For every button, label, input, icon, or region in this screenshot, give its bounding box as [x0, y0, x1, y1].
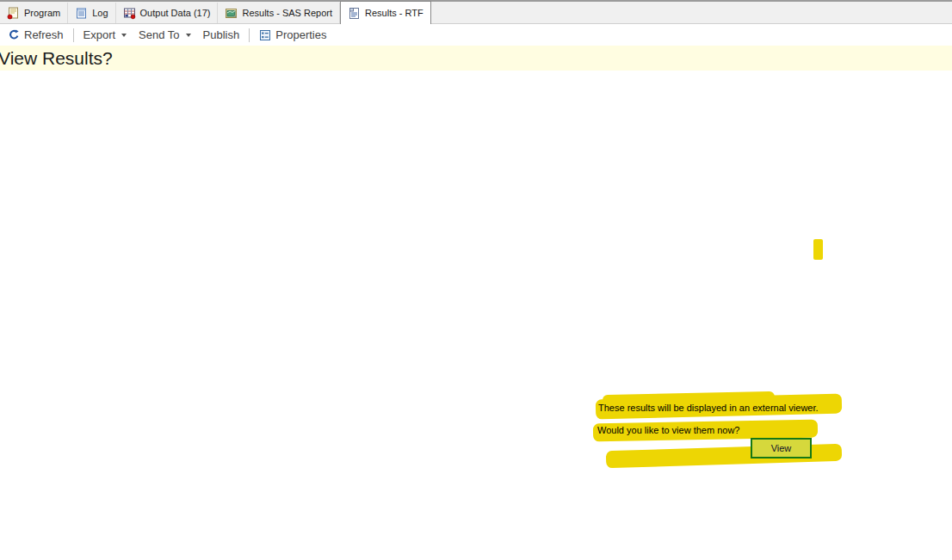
tab-results-rtf[interactable]: Results - RTF [340, 1, 431, 24]
properties-label: Properties [275, 28, 326, 41]
properties-button[interactable]: Properties [253, 27, 332, 43]
page-title: View Results? [0, 48, 113, 69]
tab-label: Results - RTF [365, 8, 423, 18]
tab-output-data[interactable]: Output Data (17) [116, 3, 219, 23]
toolbar-separator [73, 28, 74, 42]
tab-label: Output Data (17) [140, 8, 211, 18]
tab-log[interactable]: Log [68, 3, 115, 23]
send-to-button[interactable]: Send To [133, 27, 196, 43]
tab-results-sas-report[interactable]: Results - SAS Report [218, 3, 340, 23]
toolbar-separator [249, 28, 250, 42]
sas-report-icon [225, 7, 238, 20]
results-content-area: These results will be displayed in an ex… [0, 71, 952, 560]
output-data-icon [123, 7, 136, 20]
tab-label: Log [92, 8, 108, 18]
publish-label: Publish [203, 28, 240, 41]
refresh-button[interactable]: Refresh [3, 27, 70, 43]
chevron-down-icon [186, 34, 191, 37]
export-button[interactable]: Export [77, 27, 133, 43]
properties-icon [259, 29, 271, 41]
tab-label: Program [24, 8, 60, 18]
view-button[interactable]: View [751, 438, 812, 458]
tab-label: Results - SAS Report [242, 8, 332, 18]
workspace-tabstrip: Program Log Output Data (17) [0, 0, 952, 24]
refresh-label: Refresh [24, 28, 64, 41]
view-now-question: Would you like to view them now? [597, 425, 740, 435]
rtf-icon [348, 7, 361, 20]
log-icon [75, 7, 88, 20]
external-viewer-message: These results will be displayed in an ex… [598, 403, 819, 413]
results-toolbar: Refresh Export Send To Publish Propertie… [0, 24, 952, 46]
export-label: Export [83, 28, 116, 41]
send-to-label: Send To [139, 28, 179, 41]
chevron-down-icon [121, 34, 127, 37]
publish-button[interactable]: Publish [197, 27, 246, 43]
highlighter-mark [813, 239, 823, 260]
view-results-banner: View Results? [0, 46, 952, 71]
results-rtf-workspace: Program Log Output Data (17) [0, 0, 952, 560]
program-icon [7, 7, 20, 20]
refresh-icon [9, 29, 20, 40]
tab-program[interactable]: Program [0, 3, 68, 23]
